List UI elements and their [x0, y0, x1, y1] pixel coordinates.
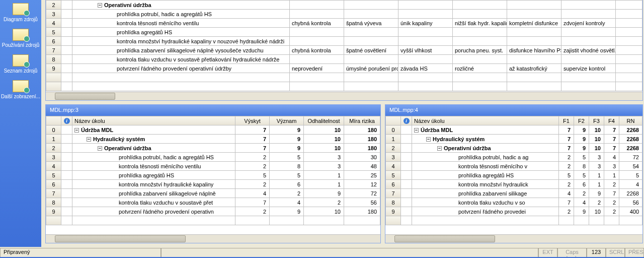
data-cell[interactable]: kompletní disfunkce [507, 19, 561, 28]
task-cell[interactable]: prohlídka agregátů HS [412, 171, 559, 180]
row-header[interactable] [386, 216, 401, 225]
row-header[interactable]: 8 [46, 55, 61, 64]
task-cell[interactable]: prohlídka zabarvení silikagelové náplně [72, 189, 235, 198]
data-cell[interactable] [589, 216, 604, 225]
data-cell[interactable]: 9 [270, 207, 304, 216]
data-cell[interactable] [344, 1, 398, 10]
task-cell[interactable]: −Údržba MDL [72, 125, 235, 135]
table-row[interactable]: 2−Operativní údržba791072268 [386, 144, 642, 153]
info-cell[interactable] [61, 55, 72, 64]
table-row[interactable]: 8kontrola tlaku vzduchu v soustavě přetl… [46, 55, 642, 64]
data-cell[interactable]: 7 [604, 125, 619, 135]
info-cell[interactable] [401, 198, 412, 207]
data-cell[interactable]: 2 [235, 162, 270, 171]
data-cell[interactable]: závada HS [398, 64, 453, 73]
table-row[interactable]: 8kontrola tlaku vzduchu v soustavě přet7… [46, 198, 380, 207]
task-cell[interactable]: prohlídka agregátů HS [72, 28, 290, 37]
task-cell[interactable]: −Hydraulický systém [72, 135, 235, 144]
data-cell[interactable]: 180 [344, 125, 380, 135]
data-cell[interactable]: 2 [604, 180, 619, 189]
table-row[interactable]: 5prohlídka agregátů HS55115 [386, 171, 642, 180]
table-row[interactable]: 0−Údržba MDL791072268 [386, 125, 642, 135]
data-cell[interactable] [344, 216, 380, 225]
info-cell[interactable] [401, 125, 412, 135]
col-header[interactable]: F1 [559, 116, 574, 125]
row-header[interactable] [46, 216, 61, 225]
collapse-toggle[interactable]: − [98, 146, 102, 151]
data-cell[interactable]: 5 [619, 171, 642, 180]
info-cell[interactable] [61, 135, 72, 144]
data-cell[interactable] [561, 73, 616, 82]
scroll-thumb[interactable] [55, 93, 115, 100]
col-header[interactable]: Výskyt [235, 116, 270, 125]
data-cell[interactable] [507, 1, 561, 10]
task-cell[interactable]: kontrola množství hydraulické kapaliny [72, 180, 235, 189]
data-cell[interactable] [561, 55, 616, 64]
task-cell[interactable] [72, 216, 235, 225]
task-cell[interactable] [412, 216, 559, 225]
data-cell[interactable]: 10 [304, 207, 344, 216]
data-cell[interactable]: 25 [344, 171, 380, 180]
data-cell[interactable]: 6 [574, 180, 589, 189]
data-cell[interactable] [453, 1, 507, 10]
info-cell[interactable] [401, 207, 412, 216]
task-cell[interactable]: kontrola množství hydraulické kapaliny v… [72, 37, 290, 46]
data-cell[interactable] [398, 73, 453, 82]
task-cell[interactable]: prohlídka potrubí, hadic a agregátů HS [72, 10, 290, 19]
row-header[interactable]: 0 [46, 125, 61, 135]
data-cell[interactable]: 7 [235, 125, 270, 135]
col-header[interactable]: RN [619, 116, 642, 125]
data-cell[interactable]: 8 [574, 162, 589, 171]
data-cell[interactable]: 54 [619, 162, 642, 171]
pane-title[interactable]: MDL.mpp:3 [46, 105, 380, 116]
row-header[interactable]: 6 [46, 37, 61, 46]
data-cell[interactable]: porucha pneu. syst. [453, 46, 507, 55]
collapse-toggle[interactable]: − [74, 128, 79, 133]
data-cell[interactable] [507, 55, 561, 64]
data-cell[interactable] [453, 55, 507, 64]
data-cell[interactable] [398, 82, 453, 91]
data-cell[interactable]: 2268 [619, 125, 642, 135]
scroll-thumb[interactable] [394, 235, 495, 242]
info-cell[interactable] [61, 189, 72, 198]
data-cell[interactable]: špatné osvětlení [344, 46, 398, 55]
info-cell[interactable] [401, 135, 412, 144]
row-header[interactable]: 7 [386, 189, 401, 198]
corner-cell[interactable] [46, 116, 61, 125]
table-row[interactable]: 2−Operativní údržba [46, 1, 642, 10]
table-row[interactable]: 9potvrzení řádného provedei29102400 [386, 207, 642, 216]
data-cell[interactable]: 2 [589, 198, 604, 207]
table-row[interactable]: 9potvrzení řádného provedení operativn29… [46, 207, 380, 216]
data-cell[interactable] [290, 37, 344, 46]
data-cell[interactable]: 12 [344, 180, 380, 189]
data-cell[interactable]: 10 [589, 207, 604, 216]
row-header[interactable]: 2 [46, 1, 61, 10]
task-cell[interactable] [72, 73, 290, 82]
table-row[interactable]: 3prohlídka potrubí, hadic a agregátů HS2… [46, 153, 380, 162]
data-cell[interactable]: 3 [604, 162, 619, 171]
info-cell[interactable] [61, 153, 72, 162]
row-header[interactable]: 8 [386, 198, 401, 207]
data-cell[interactable] [616, 10, 642, 19]
data-cell[interactable]: 56 [619, 198, 642, 207]
data-cell[interactable]: 7 [559, 125, 574, 135]
data-cell[interactable]: 2 [559, 180, 574, 189]
top-grid[interactable]: 2−Operativní údržba3prohlídka potrubí, h… [46, 0, 642, 91]
table-row[interactable]: 8kontrola tlaku vzduchu v so742256 [386, 198, 642, 207]
task-cell[interactable]: prohlídka potrubí, hadic a ag [412, 153, 559, 162]
data-cell[interactable] [344, 82, 398, 91]
col-header[interactable]: Název úkolu [412, 116, 559, 125]
data-cell[interactable]: 2 [604, 207, 619, 216]
data-cell[interactable] [290, 55, 344, 64]
info-cell[interactable] [61, 207, 72, 216]
task-cell[interactable]: kontrola tlaku vzduchu v soustavě přetla… [72, 55, 290, 64]
sidebar-item-usage[interactable]: Používání zdrojů [0, 27, 41, 52]
info-cell[interactable] [401, 144, 412, 153]
table-row[interactable] [46, 216, 380, 225]
row-header[interactable]: 5 [46, 28, 61, 37]
collapse-toggle[interactable]: − [87, 137, 91, 142]
row-header[interactable]: 4 [46, 162, 61, 171]
data-cell[interactable] [616, 64, 642, 73]
data-cell[interactable] [453, 28, 507, 37]
sidebar-item-list[interactable]: Seznam zdrojů [0, 52, 41, 78]
